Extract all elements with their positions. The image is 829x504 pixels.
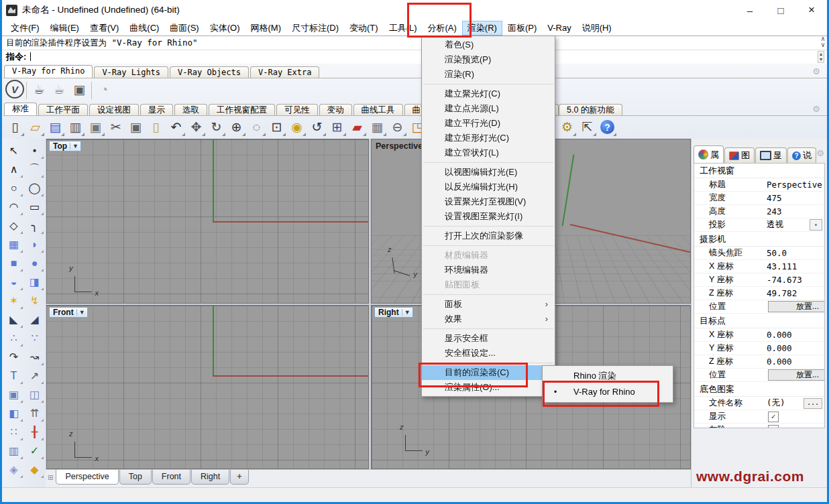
render-menu-item-12[interactable]: 设置聚光灯至视图(V) — [422, 194, 555, 209]
polygon-icon[interactable]: ◇ — [4, 216, 23, 235]
main-tab-1[interactable]: 工作平面 — [38, 104, 88, 115]
solid-tools-icon[interactable]: ◧ — [4, 404, 23, 422]
frame-buffer-icon[interactable]: ▣ — [70, 80, 89, 99]
cylinder-icon[interactable]: ◒ — [4, 273, 23, 291]
named-view-car-icon[interactable]: ▰ — [347, 117, 367, 137]
render-menu-item-7[interactable]: 建立矩形灯光(C) — [422, 131, 555, 145]
render-menu-item-6[interactable]: 建立平行光(D) — [422, 116, 555, 131]
copy-icon[interactable]: ▣ — [126, 117, 146, 137]
properties-page-icon[interactable]: ▣ — [86, 117, 105, 137]
zoom-extents-icon[interactable]: ⊡ — [267, 117, 286, 137]
menubar-item-11[interactable]: 渲染(R) — [462, 21, 502, 36]
viewport-menu-chevron-icon[interactable]: ▼ — [70, 143, 80, 149]
render-menu-item-13[interactable]: 设置视图至聚光灯(I) — [422, 209, 555, 224]
render-menu-item-21[interactable]: 面板› — [422, 297, 555, 312]
property-value[interactable]: 0.000 — [767, 330, 792, 340]
array-grid-icon[interactable]: ∷ — [4, 423, 23, 441]
rebuild-curve-icon[interactable]: ↝ — [25, 348, 44, 366]
main-toolbar-gear-icon[interactable]: ⚙ — [812, 104, 820, 114]
main-tab-3[interactable]: 显示 — [140, 104, 173, 115]
curve-icon[interactable]: ⌒ — [25, 160, 44, 178]
main-tab-2[interactable]: 设定视图 — [89, 104, 139, 115]
maximize-button[interactable]: □ — [765, 0, 796, 20]
command-prompt-line[interactable]: 指令: ▴▾ — [2, 50, 827, 64]
menubar-item-8[interactable]: 变动(T) — [344, 21, 384, 36]
main-right-tab-1[interactable]: 5.0 的新功能 — [559, 104, 622, 115]
viewport-top[interactable]: Top▼ yx — [46, 139, 369, 304]
property-value[interactable]: 243 — [767, 206, 782, 216]
vray-toolbar-gear-icon[interactable]: ⚙ — [812, 66, 820, 76]
add-viewport-tab[interactable]: + — [230, 470, 248, 485]
fillet-curve-icon[interactable]: ◣ — [4, 310, 23, 328]
render-menu-item-27[interactable]: 目前的渲染器(C)› — [422, 365, 555, 380]
panel-tab-1[interactable]: 图 — [724, 147, 755, 163]
paste-icon[interactable]: ▯ — [146, 117, 166, 137]
color-drops-icon[interactable]: ∴ — [4, 329, 23, 347]
viewport-front[interactable]: Front▼ zx — [46, 305, 369, 469]
render-menu-item-2[interactable]: 渲染(R) — [422, 67, 555, 82]
close-button[interactable]: × — [796, 0, 827, 20]
main-tab-8[interactable]: 曲线工具 — [353, 104, 403, 115]
main-tab-5[interactable]: 工作视窗配置 — [209, 104, 275, 115]
render-menu-item-1[interactable]: 渲染预览(P) — [422, 52, 555, 67]
undo-icon[interactable]: ↶ — [166, 117, 186, 137]
viewport-front-label[interactable]: Front▼ — [49, 307, 88, 318]
minimize-button[interactable]: – — [734, 0, 765, 20]
vray-tab-1[interactable]: V-Ray Lights — [94, 66, 168, 78]
dots-purple-icon[interactable]: ∵ — [25, 329, 44, 347]
sphere-icon[interactable]: ● — [25, 254, 44, 272]
property-value[interactable]: 43.111 — [767, 261, 797, 271]
browse-button[interactable]: ... — [804, 398, 822, 409]
rectangle-icon[interactable]: ▭ — [25, 198, 44, 216]
viewport-layout-icon[interactable]: ⊞ — [327, 117, 347, 137]
distribute-icon[interactable]: ◫ — [25, 385, 44, 403]
viewport-menu-chevron-icon[interactable]: ▼ — [76, 309, 87, 316]
arc-icon[interactable]: ◠ — [4, 198, 23, 216]
viewport-tab-top[interactable]: Top — [119, 470, 152, 485]
ellipse-icon[interactable]: ◯ — [25, 179, 44, 197]
command-spinner[interactable]: ▴▾ — [818, 51, 824, 63]
open-file-icon[interactable]: ▱ — [25, 117, 45, 137]
vray-tab-0[interactable]: V-Ray for Rhino — [4, 65, 93, 78]
gem-misc-icon[interactable]: ◈ — [4, 460, 23, 479]
material-editor-teapot-icon[interactable]: ☕ — [50, 80, 69, 99]
explode-icon[interactable]: ✶ — [4, 292, 23, 310]
cplane-icon[interactable]: ▦ — [368, 117, 387, 137]
menubar-item-14[interactable]: 说明(H) — [577, 21, 617, 36]
property-value[interactable]: 475 — [767, 193, 782, 203]
menubar-item-13[interactable]: V-Ray — [542, 21, 576, 34]
scale-points-icon[interactable]: ↗ — [25, 367, 44, 385]
menubar-item-2[interactable]: 查看(V) — [85, 21, 124, 36]
blocks-icon[interactable]: ▣ — [4, 385, 23, 403]
render-menu-item-25[interactable]: 安全框设定... — [422, 346, 555, 361]
property-value[interactable]: -74.673 — [767, 275, 802, 285]
blend-curve-icon[interactable]: ╮ — [25, 216, 44, 235]
select-arrow-icon[interactable]: ↖ — [4, 141, 23, 160]
vray-tab-3[interactable]: V-Ray Extra — [250, 66, 319, 78]
menubar-item-0[interactable]: 文件(F) — [5, 21, 45, 36]
viewport-layout-mini-icon[interactable]: ⊞ — [48, 474, 53, 481]
property-value[interactable]: Perspective — [767, 180, 822, 190]
main-tab-6[interactable]: 可见性 — [276, 104, 318, 115]
property-value[interactable]: 0.000 — [767, 343, 792, 353]
zoom-dynamic-icon[interactable]: ⊕ — [227, 117, 246, 137]
property-value[interactable]: 0.000 — [767, 357, 792, 367]
place-button[interactable]: 放置... — [768, 369, 825, 381]
menubar-item-1[interactable]: 编辑(E) — [45, 21, 85, 36]
checkbox[interactable]: ✓ — [768, 412, 779, 422]
menubar-item-3[interactable]: 曲线(C) — [124, 21, 164, 36]
main-tab-4[interactable]: 选取 — [174, 104, 207, 115]
menubar-item-4[interactable]: 曲面(S) — [164, 21, 204, 36]
vray-globe-icon[interactable]: ◔ — [95, 80, 114, 99]
main-tab-7[interactable]: 变动 — [319, 104, 352, 115]
surface-bend-icon[interactable]: ◗ — [25, 235, 44, 253]
vray-logo-icon[interactable]: V — [5, 80, 24, 99]
render-menu-item-10[interactable]: 以视图编辑灯光(E) — [422, 165, 555, 180]
place-button[interactable]: 放置... — [768, 301, 825, 312]
menubar-item-5[interactable]: 实体(O) — [205, 21, 245, 36]
render-menu-item-22[interactable]: 效果› — [422, 312, 555, 326]
check-icon[interactable]: ✓ — [25, 442, 44, 460]
new-file-icon[interactable]: ▯ — [5, 117, 25, 137]
help-icon[interactable]: ? — [598, 117, 617, 137]
extrude-icon[interactable]: ⇈ — [25, 404, 44, 422]
